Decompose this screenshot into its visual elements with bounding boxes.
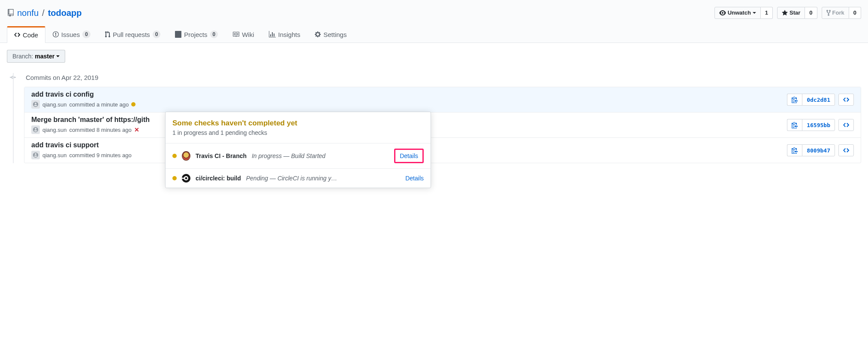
commit-time: committed 8 minutes ago: [69, 127, 131, 133]
star-label: Star: [790, 9, 800, 17]
commit-author[interactable]: qiang.sun: [42, 152, 66, 158]
unwatch-label: Unwatch: [728, 9, 751, 17]
person-icon: [33, 127, 39, 133]
tab-wiki-label: Wiki: [242, 31, 254, 38]
tab-code-label: Code: [23, 31, 38, 39]
tab-pulls-label: Pull requests: [113, 31, 150, 38]
travis-ci-icon: [182, 152, 190, 160]
avatar[interactable]: [31, 100, 40, 109]
issue-icon: [53, 31, 59, 38]
browse-code-button[interactable]: [838, 119, 854, 131]
copy-sha-button[interactable]: [787, 119, 802, 131]
person-icon: [33, 101, 39, 107]
status-fail-icon[interactable]: ✕: [134, 126, 139, 133]
tab-projects-label: Projects: [184, 31, 207, 38]
branch-name: master: [35, 53, 54, 60]
commit-sha-link[interactable]: 16595bb: [802, 119, 835, 131]
star-button[interactable]: Star: [777, 7, 805, 19]
repo-name-link[interactable]: todoapp: [48, 8, 82, 18]
fork-label: Fork: [832, 9, 844, 17]
avatar[interactable]: [31, 125, 40, 134]
tab-insights[interactable]: Insights: [262, 26, 308, 43]
tab-code[interactable]: Code: [7, 26, 45, 43]
fork-icon: [826, 9, 831, 16]
commits-listing: Commits on Apr 22, 2019 add travis ci co…: [7, 73, 861, 163]
caret-down-icon: [753, 12, 756, 14]
pulls-count: 0: [153, 30, 161, 38]
repo-icon: [7, 9, 15, 17]
watch-count[interactable]: 1: [761, 7, 773, 19]
projects-count: 0: [210, 30, 218, 38]
commit-row: Merge branch 'master' of https://gith qi…: [24, 113, 861, 138]
popover-subtitle: 1 in progress and 1 pending checks: [172, 129, 424, 136]
eye-icon: [719, 9, 726, 16]
tab-settings-label: Settings: [323, 31, 347, 38]
star-icon: [782, 9, 788, 16]
tab-wiki[interactable]: Wiki: [225, 26, 261, 43]
book-icon: [232, 31, 239, 38]
browse-code-button[interactable]: [838, 94, 854, 106]
check-status: In progress — Build Started: [252, 152, 326, 159]
fork-count[interactable]: 0: [849, 7, 861, 19]
commit-author[interactable]: qiang.sun: [42, 127, 66, 133]
copy-sha-button[interactable]: [787, 94, 802, 106]
repo-nav: Code Issues 0 Pull requests 0 Projects 0…: [7, 26, 861, 43]
browse-code-button[interactable]: [838, 144, 854, 156]
commit-time: committed 9 minutes ago: [69, 152, 131, 158]
issues-count: 0: [82, 30, 90, 38]
copy-sha-button[interactable]: [787, 144, 802, 156]
repo-title: nonfu / todoapp: [7, 8, 82, 18]
commit-row: add travis ci config qiang.sun committed…: [24, 87, 861, 113]
clipboard-icon: [792, 147, 798, 154]
code-icon: [14, 31, 20, 38]
commit-sha-link[interactable]: 0dc2d81: [802, 94, 835, 106]
tab-settings[interactable]: Settings: [307, 26, 354, 43]
timeline-line: [13, 73, 14, 163]
code-icon: [843, 122, 849, 128]
page-actions: Unwatch 1 Star 0 Fork 0: [714, 7, 861, 19]
clipboard-icon: [792, 96, 798, 103]
caret-down-icon: [56, 55, 60, 57]
commit-sha-link[interactable]: 8009b47: [802, 144, 835, 156]
star-count[interactable]: 0: [805, 7, 817, 19]
check-details-link[interactable]: Details: [394, 149, 424, 163]
unwatch-button[interactable]: Unwatch: [714, 7, 761, 19]
fork-button[interactable]: Fork: [822, 7, 849, 19]
commit-row: add travis ci support qiang.sun committe…: [24, 138, 861, 163]
check-row: Travis CI - Branch In progress — Build S…: [166, 143, 431, 168]
branch-label: Branch:: [12, 53, 33, 60]
tab-issues[interactable]: Issues 0: [45, 26, 98, 43]
commit-time: committed a minute ago: [69, 101, 129, 108]
person-icon: [33, 152, 39, 158]
graph-icon: [269, 31, 276, 38]
check-name: Travis CI - Branch: [196, 152, 247, 159]
repo-owner-link[interactable]: nonfu: [17, 8, 39, 18]
commit-author[interactable]: qiang.sun: [42, 101, 66, 108]
slash-separator: /: [42, 8, 45, 18]
commits-date: Commits on Apr 22, 2019: [26, 74, 98, 81]
commit-title[interactable]: add travis ci config: [31, 91, 787, 98]
tab-pulls[interactable]: Pull requests 0: [98, 26, 168, 43]
tab-issues-label: Issues: [61, 31, 80, 38]
check-row: ci/circleci: build Pending — CircleCI is…: [166, 168, 431, 170]
code-icon: [843, 96, 849, 103]
commit-group: add travis ci config qiang.sun committed…: [24, 87, 861, 163]
code-icon: [843, 147, 849, 154]
commit-group-title: Commits on Apr 22, 2019: [7, 73, 861, 82]
status-pending-icon[interactable]: [131, 102, 136, 107]
clipboard-icon: [792, 122, 798, 128]
project-icon: [175, 31, 181, 38]
popover-title: Some checks haven't completed yet: [172, 119, 424, 128]
checks-popover: Some checks haven't completed yet 1 in p…: [165, 112, 431, 170]
pull-request-icon: [105, 31, 110, 38]
branch-select-button[interactable]: Branch: master: [7, 50, 65, 63]
avatar[interactable]: [31, 151, 40, 159]
gear-icon: [315, 31, 321, 38]
tab-projects[interactable]: Projects 0: [168, 26, 225, 43]
tab-insights-label: Insights: [278, 31, 301, 38]
status-pending-icon: [172, 154, 177, 158]
